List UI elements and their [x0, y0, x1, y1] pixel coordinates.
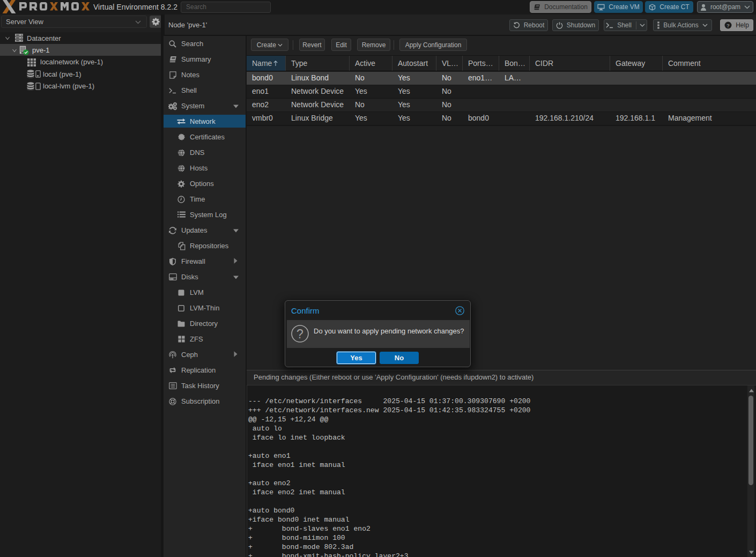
- svg-text:?: ?: [297, 327, 303, 341]
- svg-text:?: ?: [727, 23, 730, 28]
